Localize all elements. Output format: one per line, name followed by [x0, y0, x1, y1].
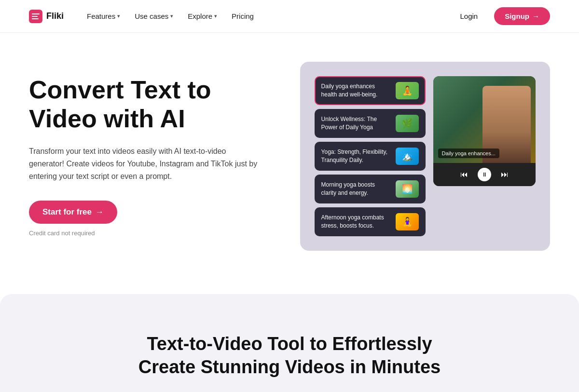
- chevron-down-icon: ▾: [117, 13, 120, 19]
- clip-thumbnail: 🧘‍♀️: [396, 213, 419, 230]
- forward-button[interactable]: ⏭: [501, 170, 509, 179]
- signup-button[interactable]: Signup →: [494, 7, 550, 25]
- arrow-right-icon: →: [96, 207, 104, 217]
- yoga-icon: 🏔️: [402, 151, 413, 162]
- features-title: Text-to-Video Tool to Effortlessly Creat…: [121, 333, 458, 378]
- yoga-icon: 🧘‍♀️: [402, 216, 413, 227]
- clip-thumbnail: 🏔️: [396, 148, 419, 165]
- clip-item[interactable]: Yoga: Strength, Flexibility, Tranquility…: [315, 142, 426, 171]
- features-section: Text-to-Video Tool to Effortlessly Creat…: [0, 294, 579, 392]
- video-controls: ⏮ ⏸ ⏭: [433, 163, 536, 186]
- brand-name: Fliki: [46, 11, 64, 21]
- hero-description: Transform your text into videos easily w…: [29, 145, 261, 183]
- clip-text: Morning yoga boosts clarity and energy.: [321, 181, 392, 197]
- clip-text: Daily yoga enhances health and well-bein…: [321, 82, 392, 99]
- yoga-icon: 🌅: [402, 184, 413, 194]
- credit-note: Credit card not required: [29, 230, 279, 237]
- nav-explore[interactable]: Explore ▾: [182, 8, 223, 24]
- video-caption: Daily yoga enhances...: [438, 149, 499, 158]
- nav-left: Fliki Features ▾ Use cases ▾ Explore ▾ P…: [29, 8, 260, 24]
- arrow-right-icon: →: [532, 12, 539, 20]
- nav-links: Features ▾ Use cases ▾ Explore ▾ Pricing: [81, 8, 260, 24]
- nav-right: Login Signup →: [451, 7, 550, 25]
- clip-thumbnail: 🧘: [396, 82, 419, 99]
- navbar: Fliki Features ▾ Use cases ▾ Explore ▾ P…: [0, 0, 579, 33]
- clip-thumbnail: 🌅: [396, 180, 419, 198]
- clip-item[interactable]: Unlock Wellness: The Power of Daily Yoga…: [315, 109, 426, 138]
- rewind-button[interactable]: ⏮: [460, 170, 468, 179]
- nav-pricing[interactable]: Pricing: [226, 8, 260, 24]
- video-preview: Daily yoga enhances... ⏮ ⏸ ⏭: [433, 76, 536, 186]
- start-for-free-button[interactable]: Start for free →: [29, 201, 117, 224]
- hero-section: Convert Text to Video with AI Transform …: [0, 33, 579, 289]
- clip-item[interactable]: Afternoon yoga combats stress, boosts fo…: [315, 207, 426, 236]
- nav-use-cases[interactable]: Use cases ▾: [129, 8, 179, 24]
- hero-right: Daily yoga enhances health and well-bein…: [300, 62, 550, 251]
- clip-item[interactable]: Daily yoga enhances health and well-bein…: [315, 76, 426, 105]
- clip-item[interactable]: Morning yoga boosts clarity and energy. …: [315, 175, 426, 203]
- hero-left: Convert Text to Video with AI Transform …: [29, 76, 279, 237]
- yoga-icon: 🌿: [402, 118, 413, 129]
- chevron-down-icon: ▾: [214, 13, 217, 19]
- chevron-down-icon: ▾: [170, 13, 173, 19]
- product-mockup: Daily yoga enhances health and well-bein…: [300, 62, 550, 251]
- clip-text: Yoga: Strength, Flexibility, Tranquility…: [321, 148, 392, 164]
- logo[interactable]: Fliki: [29, 10, 64, 23]
- clip-list: Daily yoga enhances health and well-bein…: [315, 76, 426, 236]
- fliki-logo-icon: [29, 10, 42, 23]
- clip-text: Unlock Wellness: The Power of Daily Yoga: [321, 115, 392, 132]
- video-frame: Daily yoga enhances...: [433, 76, 536, 163]
- clip-thumbnail: 🌿: [396, 115, 419, 132]
- nav-features[interactable]: Features ▾: [81, 8, 126, 24]
- pause-button[interactable]: ⏸: [478, 168, 491, 181]
- login-button[interactable]: Login: [451, 8, 486, 24]
- hero-title: Convert Text to Video with AI: [29, 76, 279, 134]
- clip-text: Afternoon yoga combats stress, boosts fo…: [321, 214, 392, 230]
- yoga-icon: 🧘: [402, 85, 413, 96]
